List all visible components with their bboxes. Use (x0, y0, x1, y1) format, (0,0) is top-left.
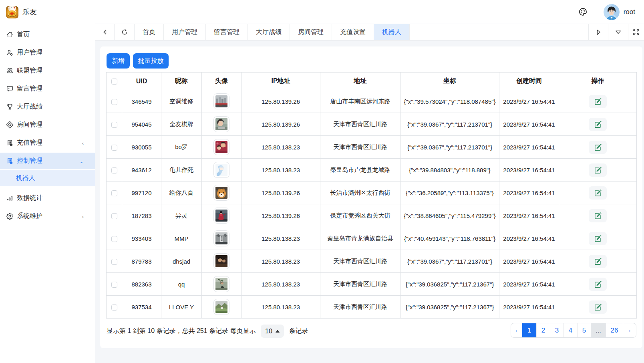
svg-text:A: A (10, 6, 12, 8)
